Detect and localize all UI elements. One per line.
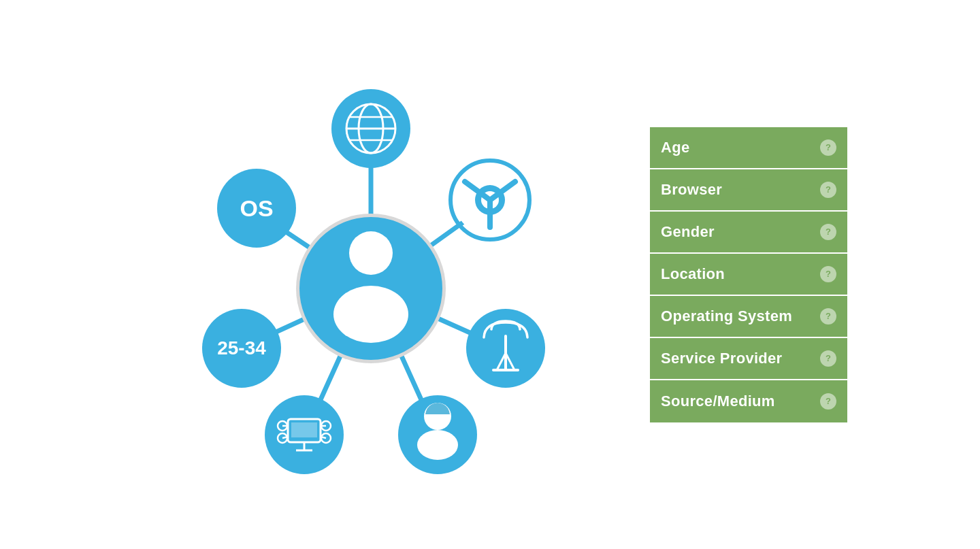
- help-icon-browser[interactable]: ?: [820, 182, 836, 198]
- svg-point-9: [349, 231, 393, 275]
- row-browser: Browser ?: [650, 169, 847, 212]
- row-location: Location ?: [650, 254, 847, 296]
- attribute-table: Age ? Browser ? Gender ? Location ? Oper…: [650, 127, 847, 422]
- label-os: Operating System: [661, 307, 792, 325]
- help-icon-source-medium[interactable]: ?: [820, 393, 836, 410]
- label-browser: Browser: [661, 181, 722, 199]
- help-icon-os[interactable]: ?: [820, 308, 836, 325]
- svg-rect-31: [291, 422, 317, 437]
- attribute-table-section: Age ? Browser ? Gender ? Location ? Oper…: [650, 127, 847, 422]
- row-gender: Gender ?: [650, 212, 847, 254]
- svg-point-28: [417, 430, 458, 460]
- help-icon-gender[interactable]: ?: [820, 224, 836, 240]
- svg-text:25-34: 25-34: [217, 337, 266, 359]
- label-location: Location: [661, 265, 725, 283]
- row-service-provider: Service Provider ?: [650, 338, 847, 380]
- label-source-medium: Source/Medium: [661, 393, 775, 410]
- label-gender: Gender: [661, 223, 715, 241]
- svg-point-10: [333, 286, 408, 343]
- help-icon-location[interactable]: ?: [820, 266, 836, 282]
- label-service-provider: Service Provider: [661, 350, 782, 367]
- row-source-medium: Source/Medium ?: [650, 380, 847, 422]
- main-container: 25-34 OS Age ? Browser ? Gender ? Locati…: [0, 0, 980, 549]
- help-icon-age[interactable]: ?: [820, 139, 836, 156]
- row-age: Age ?: [650, 127, 847, 169]
- svg-text:OS: OS: [240, 195, 273, 221]
- row-os: Operating System ?: [650, 296, 847, 338]
- label-age: Age: [661, 139, 689, 156]
- help-icon-service-provider[interactable]: ?: [820, 350, 836, 367]
- diagram-section: 25-34 OS: [133, 37, 609, 513]
